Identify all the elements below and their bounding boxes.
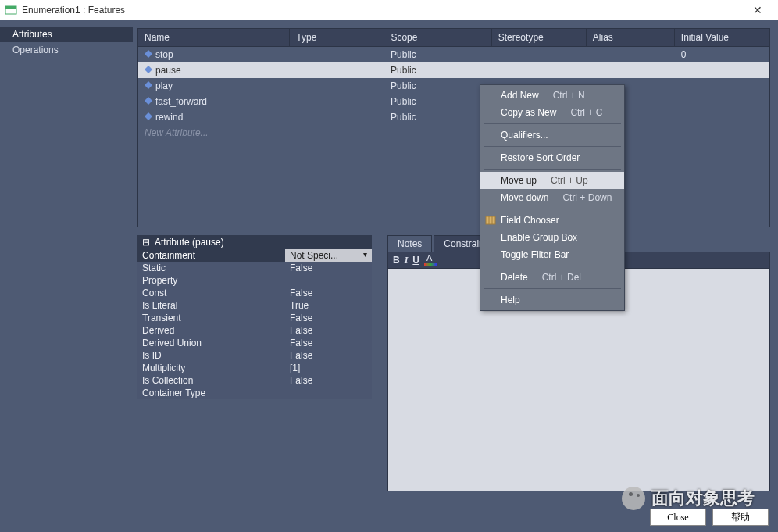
- menu-item-move-down[interactable]: Move downCtrl + Down: [480, 189, 624, 206]
- attribute-icon: [145, 81, 152, 89]
- property-row[interactable]: ConstFalse: [137, 287, 372, 299]
- menu-item-restore-sort-order[interactable]: Restore Sort Order: [480, 149, 624, 166]
- menu-item-add-new[interactable]: Add NewCtrl + N: [480, 87, 624, 104]
- attribute-icon: [145, 50, 152, 58]
- property-row[interactable]: ContainmentNot Speci...▾: [137, 249, 372, 262]
- window-icon: [5, 4, 17, 16]
- col-initial[interactable]: Initial Value: [674, 29, 769, 47]
- col-alias[interactable]: Alias: [586, 29, 674, 47]
- sidebar-item-attributes[interactable]: Attributes: [0, 27, 133, 42]
- col-scope[interactable]: Scope: [384, 29, 491, 47]
- collapse-icon[interactable]: ⊟: [142, 237, 150, 248]
- menu-separator: [484, 169, 621, 170]
- menu-item-move-up[interactable]: Move upCtrl + Up: [480, 172, 624, 189]
- property-header: Attribute (pause): [155, 237, 224, 248]
- window-title: Enumeration1 : Features: [22, 5, 125, 16]
- footer: Close 帮助: [650, 509, 769, 526]
- font-color-button[interactable]: [424, 255, 437, 266]
- context-menu: Add NewCtrl + NCopy as NewCtrl + CQualif…: [480, 84, 625, 311]
- attribute-icon: [145, 112, 152, 120]
- watermark-text: 面向对象思考: [651, 487, 755, 510]
- table-row[interactable]: stopPublic0: [138, 47, 769, 62]
- new-attribute-row[interactable]: New Attribute...: [138, 125, 769, 141]
- svg-rect-1: [5, 6, 16, 9]
- property-row[interactable]: Is IDFalse: [137, 349, 372, 362]
- col-name[interactable]: Name: [138, 29, 290, 47]
- attributes-grid: Name Type Scope Stereotype Alias Initial…: [137, 28, 770, 227]
- watermark: 面向对象思考: [622, 487, 755, 510]
- close-button[interactable]: Close: [650, 509, 706, 526]
- property-row[interactable]: Is CollectionFalse: [137, 374, 372, 387]
- menu-separator: [484, 288, 621, 289]
- property-row[interactable]: Multiplicity[1]: [137, 362, 372, 374]
- table-row[interactable]: pausePublic: [138, 62, 769, 78]
- tab-notes[interactable]: Notes: [387, 235, 432, 252]
- menu-item-help[interactable]: Help: [480, 291, 624, 309]
- table-row[interactable]: playPublic: [138, 78, 769, 94]
- titlebar: Enumeration1 : Features ✕: [0, 0, 778, 20]
- property-row[interactable]: Property: [137, 274, 372, 287]
- table-row[interactable]: rewindPublic: [138, 109, 769, 125]
- sidebar: Attributes Operations: [0, 20, 133, 532]
- wechat-icon: [622, 487, 645, 510]
- menu-separator: [484, 146, 621, 147]
- property-row[interactable]: StaticFalse: [137, 262, 372, 274]
- property-row[interactable]: DerivedFalse: [137, 324, 372, 337]
- menu-separator: [484, 123, 621, 124]
- bold-button[interactable]: B: [393, 255, 400, 266]
- attribute-icon: [145, 97, 152, 105]
- menu-item-toggle-filter-bar[interactable]: Toggle Filter Bar: [480, 246, 624, 263]
- sidebar-item-operations[interactable]: Operations: [0, 42, 133, 58]
- help-button[interactable]: 帮助: [712, 509, 769, 526]
- property-row[interactable]: TransientFalse: [137, 312, 372, 324]
- table-row[interactable]: fast_forwardPublic: [138, 94, 769, 109]
- col-stereotype[interactable]: Stereotype: [491, 29, 586, 47]
- property-row[interactable]: Is LiteralTrue: [137, 299, 372, 312]
- close-icon[interactable]: ✕: [742, 1, 773, 20]
- menu-separator: [484, 209, 621, 209]
- chevron-down-icon[interactable]: ▾: [363, 250, 367, 259]
- col-type[interactable]: Type: [290, 29, 384, 47]
- property-row[interactable]: Container Type: [137, 387, 372, 399]
- property-panel: ⊟ Attribute (pause) ContainmentNot Speci…: [137, 235, 372, 491]
- italic-button[interactable]: I: [405, 255, 409, 266]
- columns-icon: [485, 215, 496, 226]
- attribute-icon: [145, 66, 152, 73]
- property-row[interactable]: Derived UnionFalse: [137, 337, 372, 349]
- menu-item-field-chooser[interactable]: Field Chooser: [480, 212, 624, 229]
- menu-item-qualifiers[interactable]: Qualifiers...: [480, 127, 624, 144]
- underline-button[interactable]: U: [412, 255, 419, 266]
- svg-rect-2: [486, 216, 495, 224]
- menu-item-delete[interactable]: DeleteCtrl + Del: [480, 269, 624, 286]
- menu-item-enable-group-box[interactable]: Enable Group Box: [480, 229, 624, 246]
- menu-separator: [484, 266, 621, 266]
- menu-item-copy-as-new[interactable]: Copy as NewCtrl + C: [480, 104, 624, 121]
